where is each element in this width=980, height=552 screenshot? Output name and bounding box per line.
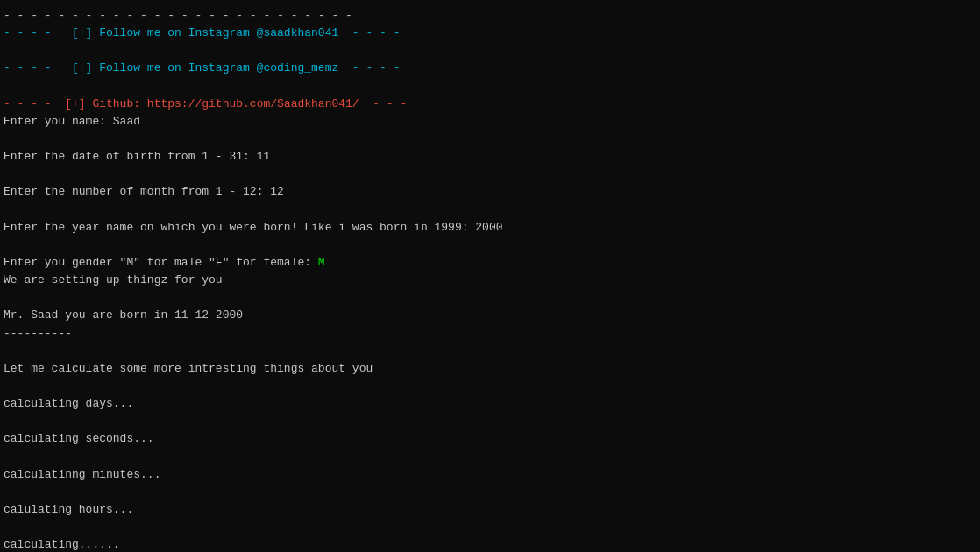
calc-hours: calulating hours... (4, 501, 976, 519)
calculate-intro: Let me calculate some more intresting th… (4, 360, 976, 378)
calc-ellipsis: calculating...... (4, 536, 976, 552)
empty-7 (4, 289, 976, 307)
empty-6 (4, 237, 976, 254)
empty-3 (4, 131, 976, 148)
dob-day-prompt: Enter the date of birth from 1 - 31: 11 (4, 148, 976, 166)
empty-13 (4, 519, 976, 536)
github-line: - - - - [+] Github: https://github.com/S… (4, 96, 976, 113)
empty-2 (4, 78, 976, 96)
dob-year-prompt: Enter the year name on which you were bo… (4, 219, 976, 237)
empty-9 (4, 378, 976, 395)
empty-10 (4, 413, 976, 430)
instagram-line-2: - - - - [+] Follow me on Instagram @codi… (4, 60, 976, 77)
empty-8 (4, 343, 976, 360)
empty-1 (4, 42, 976, 60)
name-prompt: Enter you name: Saad (4, 113, 976, 131)
empty-12 (4, 484, 976, 501)
gender-value: M (318, 256, 325, 269)
dob-month-prompt: Enter the number of month from 1 - 12: 1… (4, 183, 976, 201)
instagram-line-1: - - - - [+] Follow me on Instagram @saad… (4, 25, 976, 42)
empty-11 (4, 449, 976, 466)
empty-4 (4, 166, 976, 183)
born-line: Mr. Saad you are born in 11 12 2000 (4, 307, 976, 324)
gender-prompt: Enter you gender "M" for male "F" for fe… (4, 254, 976, 272)
calc-seconds: calculating seconds... (4, 430, 976, 448)
separator-1: ---------- (4, 325, 976, 343)
empty-5 (4, 202, 976, 219)
setup-line: We are setting up thingz for you (4, 272, 976, 289)
calc-days: calculating days... (4, 395, 976, 413)
calc-minutes: calculatinng minutes... (4, 466, 976, 484)
dashed-line-top: - - - - - - - - - - - - - - - - - - - - … (4, 7, 976, 25)
terminal-window: - - - - - - - - - - - - - - - - - - - - … (0, 0, 980, 552)
